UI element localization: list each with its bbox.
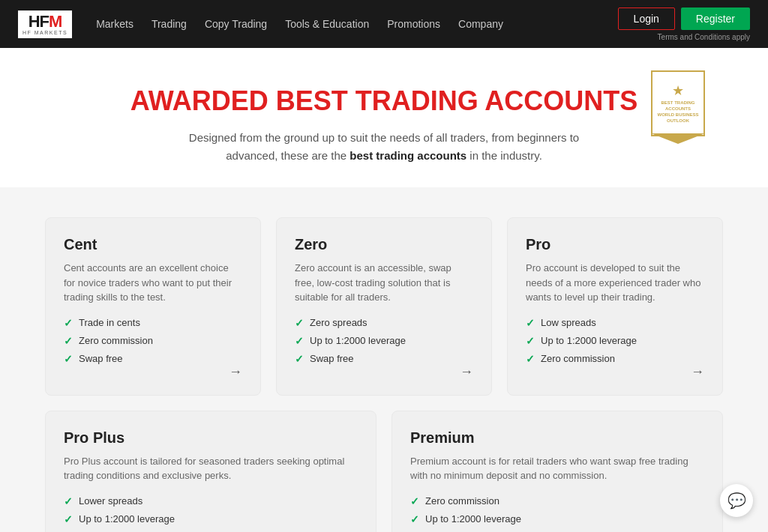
account-card-premium: Premium Premium account is for retail tr…: [392, 411, 723, 533]
check-icon: ✓: [410, 495, 419, 507]
nav-links: Markets Trading Copy Trading Tools & Edu…: [96, 18, 617, 30]
nav-right: Login Register Terms and Conditions appl…: [618, 7, 750, 41]
account-card-cent: Cent Cent accounts are an excellent choi…: [45, 217, 261, 396]
check-icon: ✓: [295, 335, 304, 347]
pro-plus-title: Pro Plus: [64, 429, 358, 447]
pro-title: Pro: [526, 236, 704, 253]
nav-company[interactable]: Company: [458, 18, 503, 30]
terms-text: Terms and Conditions apply: [658, 33, 750, 41]
check-icon: ✓: [64, 353, 73, 365]
check-icon: ✓: [64, 335, 73, 347]
pro-plus-features: ✓Lower spreads ✓Up to 1:2000 leverage ✓L…: [64, 495, 358, 533]
list-item: ✓Swap free: [64, 353, 242, 365]
logo-text: HFM: [28, 13, 62, 30]
hero-title: AWARDED BEST TRADING ACCOUNTS: [15, 85, 753, 117]
list-item: ✓Up to 1:2000 leverage: [526, 335, 704, 347]
check-icon: ✓: [295, 353, 304, 365]
account-card-pro: Pro Pro account is developed to suit the…: [507, 217, 723, 396]
check-icon: ✓: [64, 495, 73, 507]
nav-copy-trading[interactable]: Copy Trading: [205, 18, 267, 30]
chat-icon: 💬: [728, 492, 746, 510]
cent-title: Cent: [64, 236, 242, 253]
pro-arrow[interactable]: →: [691, 364, 704, 380]
account-card-zero: Zero Zero account is an accessible, swap…: [276, 217, 492, 396]
chat-button[interactable]: 💬: [720, 484, 753, 517]
hero-title-rest: BEST TRADING ACCOUNTS: [268, 85, 638, 116]
list-item: ✓Up to 1:2000 leverage: [64, 513, 358, 525]
badge-line4: OUTLOOK: [657, 118, 698, 124]
list-item: ✓Swap free: [295, 353, 473, 365]
logo: HFM HF MARKETS: [18, 10, 72, 38]
premium-features: ✓Zero commission ✓Up to 1:2000 leverage …: [410, 495, 704, 533]
accounts-row-1: Cent Cent accounts are an excellent choi…: [45, 217, 723, 396]
list-item: ✓Zero commission: [526, 353, 704, 365]
list-item: ✓Zero spreads: [295, 317, 473, 329]
check-icon: ✓: [526, 335, 535, 347]
premium-desc: Premium account is for retail traders wh…: [410, 454, 704, 483]
badge-star: ★: [672, 82, 684, 99]
list-item: ✓Up to 1:2000 leverage: [295, 335, 473, 347]
badge-line2: ACCOUNTS: [657, 106, 698, 112]
pro-desc: Pro account is developed to suit the nee…: [526, 261, 704, 305]
navigation: HFM HF MARKETS Markets Trading Copy Trad…: [0, 0, 768, 48]
check-icon: ✓: [410, 513, 419, 525]
register-button[interactable]: Register: [681, 7, 750, 30]
hero-desc-bold: best trading accounts: [350, 149, 466, 162]
check-icon: ✓: [526, 317, 535, 329]
accounts-section: Cent Cent accounts are an excellent choi…: [0, 187, 768, 532]
check-icon: ✓: [295, 317, 304, 329]
hero-desc-end: in the industry.: [466, 149, 542, 162]
zero-features: ✓Zero spreads ✓Up to 1:2000 leverage ✓Sw…: [295, 317, 473, 365]
logo-subtext: HF MARKETS: [22, 30, 68, 35]
nav-tools-education[interactable]: Tools & Education: [285, 18, 369, 30]
hero-section: AWARDED BEST TRADING ACCOUNTS Designed f…: [0, 48, 768, 187]
cent-desc: Cent accounts are an excellent choice fo…: [64, 261, 242, 305]
list-item: ✓Up to 1:2000 leverage: [410, 513, 704, 525]
nav-trading[interactable]: Trading: [152, 18, 187, 30]
check-icon: ✓: [64, 513, 73, 525]
badge-line1: BEST TRADING: [657, 100, 698, 106]
check-icon: ✓: [64, 317, 73, 329]
hero-description: Designed from the ground up to suit the …: [174, 129, 594, 165]
cent-arrow[interactable]: →: [229, 364, 242, 380]
zero-arrow[interactable]: →: [460, 364, 473, 380]
zero-desc: Zero account is an accessible, swap free…: [295, 261, 473, 305]
nav-promotions[interactable]: Promotions: [387, 18, 440, 30]
list-item: ✓Zero commission: [64, 335, 242, 347]
login-button[interactable]: Login: [618, 7, 675, 30]
zero-title: Zero: [295, 236, 473, 253]
award-badge: ★ BEST TRADING ACCOUNTS WORLD BUSINESS O…: [648, 70, 708, 136]
hero-title-red: AWARDED: [130, 85, 268, 116]
list-item: ✓Lower spreads: [64, 495, 358, 507]
check-icon: ✓: [526, 353, 535, 365]
list-item: ✓Zero commission: [410, 495, 704, 507]
badge-line3: WORLD BUSINESS: [657, 112, 698, 118]
cent-features: ✓Trade in cents ✓Zero commission ✓Swap f…: [64, 317, 242, 365]
list-item: ✓Trade in cents: [64, 317, 242, 329]
pro-features: ✓Low spreads ✓Up to 1:2000 leverage ✓Zer…: [526, 317, 704, 365]
accounts-row-2: Pro Plus Pro Plus account is tailored fo…: [45, 411, 723, 533]
nav-markets[interactable]: Markets: [96, 18, 134, 30]
premium-title: Premium: [410, 429, 704, 447]
list-item: ✓Low spreads: [526, 317, 704, 329]
pro-plus-desc: Pro Plus account is tailored for seasone…: [64, 454, 358, 483]
account-card-pro-plus: Pro Plus Pro Plus account is tailored fo…: [45, 411, 376, 533]
